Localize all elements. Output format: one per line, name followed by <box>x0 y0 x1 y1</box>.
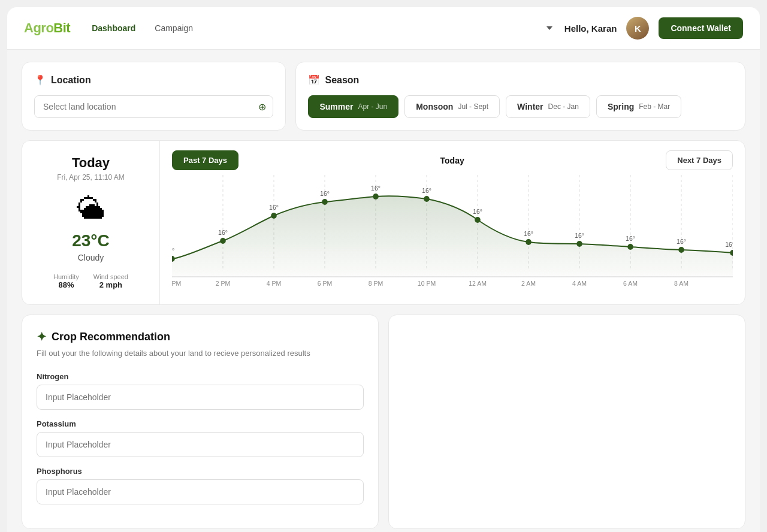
nitrogen-field-group: Nitrogen <box>37 372 364 410</box>
svg-point-13 <box>271 213 277 219</box>
temperature: 23°C <box>72 231 110 250</box>
cloud-icon: 🌥 <box>77 192 105 225</box>
nav-campaign[interactable]: Campaign <box>155 23 193 33</box>
logo-accent: Bit <box>53 20 70 35</box>
svg-text:12 AM: 12 AM <box>469 280 487 287</box>
potassium-input[interactable] <box>37 432 364 457</box>
svg-text:8 PM: 8 PM <box>369 280 384 287</box>
svg-text:16°: 16° <box>422 187 431 194</box>
humidity-stat: Humidity 88% <box>53 273 79 289</box>
past-7-days-button[interactable]: Past 7 Days <box>172 150 238 170</box>
svg-text:16°: 16° <box>371 185 381 192</box>
svg-text:8 AM: 8 AM <box>674 280 689 287</box>
location-icon: 📍 <box>34 74 46 86</box>
phosphorus-input[interactable] <box>37 479 364 504</box>
svg-text:16°: 16° <box>473 208 482 215</box>
sparkle-icon: ✦ <box>37 330 47 344</box>
phosphorus-label: Phosphorus <box>37 467 364 476</box>
svg-point-18 <box>526 239 532 245</box>
calendar-icon: 📅 <box>308 74 320 86</box>
season-card: 📅 Season Summer Apr - Jun Monsoon Jul - … <box>295 62 745 131</box>
svg-text:12 PM: 12 PM <box>172 280 181 287</box>
svg-point-15 <box>373 194 379 200</box>
crop-title: ✦ Crop Recommendation <box>37 330 364 344</box>
chart-svg: 16° 16° 16° 16° 16° 16° 16° 16° 16° 16° … <box>172 175 733 292</box>
svg-point-16 <box>424 196 430 202</box>
user-dropdown-chevron[interactable] <box>546 26 552 30</box>
chart-center-label: Today <box>440 156 464 165</box>
potassium-label: Potassium <box>37 419 364 428</box>
bottom-row: ✦ Crop Recommendation Fill out your the … <box>22 315 745 529</box>
nav-dashboard[interactable]: Dashboard <box>92 23 135 33</box>
right-panel <box>388 315 745 529</box>
svg-text:16°: 16° <box>269 204 279 211</box>
main-content: 📍 Location ⊕ 📅 Season Summer Apr - J <box>7 50 760 532</box>
svg-text:6 AM: 6 AM <box>623 280 638 287</box>
season-btn-winter[interactable]: Winter Dec - Jan <box>506 95 590 118</box>
svg-point-20 <box>627 244 633 250</box>
svg-text:2 PM: 2 PM <box>216 280 231 287</box>
weather-today-title: Today <box>72 155 110 171</box>
weather-stats: Humidity 88% Wind speed 2 mph <box>53 273 128 289</box>
svg-text:2 AM: 2 AM <box>521 280 536 287</box>
user-greeting: Hello, Karan <box>564 23 617 34</box>
connect-wallet-button[interactable]: Connect Wallet <box>659 17 743 39</box>
chart-area: Past 7 Days Today Next 7 Days <box>160 141 745 304</box>
svg-text:6 PM: 6 PM <box>318 280 333 287</box>
svg-text:16°: 16° <box>677 238 686 245</box>
top-row: 📍 Location ⊕ 📅 Season Summer Apr - J <box>22 62 745 131</box>
location-input[interactable] <box>34 95 273 118</box>
season-btn-summer[interactable]: Summer Apr - Jun <box>308 95 398 118</box>
potassium-field-group: Potassium <box>37 419 364 457</box>
season-btn-spring[interactable]: Spring Feb - Mar <box>596 95 681 118</box>
weather-row: Today Fri, Apr 25, 11:10 AM 🌥 23°C Cloud… <box>22 140 745 305</box>
svg-text:16°: 16° <box>626 235 635 242</box>
season-buttons: Summer Apr - Jun Monsoon Jul - Sept Wint… <box>308 95 733 118</box>
temperature-chart: 16° 16° 16° 16° 16° 16° 16° 16° 16° 16° … <box>172 175 733 295</box>
svg-point-14 <box>322 199 328 205</box>
nitrogen-label: Nitrogen <box>37 372 364 381</box>
location-card: 📍 Location ⊕ <box>22 62 286 131</box>
crop-subtitle: Fill out your the following details abou… <box>37 349 364 358</box>
header: AgroBit Dashboard Campaign Hello, Karan … <box>7 7 760 50</box>
svg-point-21 <box>678 247 684 253</box>
weather-today-panel: Today Fri, Apr 25, 11:10 AM 🌥 23°C Cloud… <box>22 141 160 304</box>
svg-text:10 PM: 10 PM <box>418 280 436 287</box>
svg-text:16°: 16° <box>575 232 584 239</box>
header-right: Hello, Karan K Connect Wallet <box>546 17 743 40</box>
svg-text:16°: 16° <box>172 247 174 254</box>
svg-text:16°: 16° <box>524 230 533 237</box>
season-title: 📅 Season <box>308 74 733 86</box>
crosshair-icon: ⊕ <box>258 101 266 113</box>
weather-date: Fri, Apr 25, 11:10 AM <box>57 173 125 182</box>
weather-condition: Cloudy <box>78 253 104 262</box>
svg-text:16°: 16° <box>320 190 330 197</box>
logo-main: Agro <box>24 20 53 35</box>
main-nav: Dashboard Campaign <box>92 23 546 33</box>
next-7-days-button[interactable]: Next 7 Days <box>666 150 733 170</box>
svg-text:4 PM: 4 PM <box>267 280 282 287</box>
crop-recommendation-card: ✦ Crop Recommendation Fill out your the … <box>22 315 379 529</box>
avatar[interactable]: K <box>626 17 649 40</box>
svg-text:16°: 16° <box>218 229 228 236</box>
phosphorus-field-group: Phosphorus <box>37 467 364 504</box>
svg-point-12 <box>220 238 226 244</box>
nitrogen-input[interactable] <box>37 385 364 410</box>
svg-point-19 <box>576 241 582 247</box>
chart-controls: Past 7 Days Today Next 7 Days <box>172 150 733 170</box>
svg-text:16°: 16° <box>725 241 733 248</box>
location-input-wrapper: ⊕ <box>34 95 273 118</box>
wind-stat: Wind speed 2 mph <box>93 273 128 289</box>
logo[interactable]: AgroBit <box>24 20 70 36</box>
location-title: 📍 Location <box>34 74 273 86</box>
svg-text:4 AM: 4 AM <box>572 280 587 287</box>
season-btn-monsoon[interactable]: Monsoon Jul - Sept <box>404 95 500 118</box>
svg-point-17 <box>475 217 481 223</box>
